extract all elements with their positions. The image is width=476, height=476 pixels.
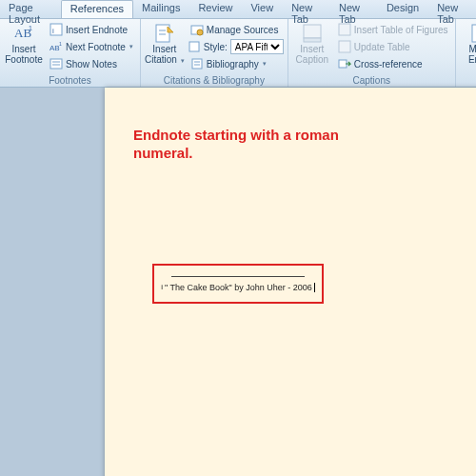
- insert-endnote-label: Insert Endnote: [66, 25, 128, 35]
- bibliography-icon: [190, 57, 204, 70]
- update-icon: [338, 40, 351, 53]
- group-citations: Insert Citation ▾ Manage Sources Style: …: [141, 19, 288, 87]
- insert-footnote-label: Insert Footnote: [4, 44, 44, 65]
- svg-rect-20: [339, 24, 350, 35]
- next-footnote-icon: AB1: [50, 40, 63, 53]
- show-notes-button[interactable]: Show Notes: [47, 55, 136, 72]
- group-captions: Insert Caption Insert Table of Figures U…: [288, 19, 456, 87]
- cross-reference-button[interactable]: Cross-reference: [335, 55, 451, 72]
- group-title-footnotes: Footnotes: [4, 74, 136, 87]
- endnote-text: " The Cake Book" by John Uher - 2006: [165, 283, 312, 292]
- insert-endnote-button[interactable]: i Insert Endnote: [47, 21, 136, 38]
- group-title-index: Index: [460, 74, 476, 87]
- bibliography-button[interactable]: Bibliography▾: [188, 55, 284, 72]
- endnote-separator: [171, 276, 305, 277]
- style-select[interactable]: APA Fifth: [230, 39, 284, 54]
- tab-references[interactable]: References: [61, 0, 133, 18]
- svg-point-13: [197, 30, 203, 35]
- workspace: Endnote starting with a roman numeral. i…: [0, 88, 476, 476]
- svg-rect-23: [472, 25, 476, 42]
- manage-sources-button[interactable]: Manage Sources: [188, 21, 284, 38]
- mark-entry-label: Mark Entry: [460, 44, 476, 65]
- tab-mailings[interactable]: Mailings: [133, 0, 189, 18]
- insert-caption-label: Insert Caption: [292, 44, 332, 65]
- update-table-button[interactable]: Update Table: [335, 38, 451, 55]
- mark-entry-button[interactable]: Mark Entry: [460, 21, 476, 67]
- tab-design[interactable]: Design: [378, 0, 428, 18]
- svg-text:1: 1: [59, 41, 62, 47]
- insert-caption-button[interactable]: Insert Caption: [292, 21, 332, 67]
- text-cursor: [314, 283, 315, 292]
- svg-rect-21: [339, 41, 350, 52]
- update-table-label: Update Table: [354, 42, 410, 52]
- group-title-citations: Citations & Bibliography: [145, 74, 284, 87]
- svg-rect-19: [304, 38, 321, 42]
- insert-citation-label: Insert Citation ▾: [145, 44, 185, 66]
- insert-tof-label: Insert Table of Figures: [354, 25, 448, 35]
- cross-reference-label: Cross-reference: [354, 59, 423, 69]
- group-footnotes: AB1 Insert Footnote i Insert Endnote AB1…: [0, 19, 141, 87]
- citation-style-row: Style: APA Fifth: [188, 38, 284, 55]
- svg-rect-22: [339, 60, 347, 68]
- annotation-text: Endnote starting with a roman numeral.: [133, 126, 476, 162]
- chevron-down-icon: ▾: [263, 60, 267, 68]
- style-icon: [188, 40, 201, 53]
- chevron-down-icon: ▾: [129, 43, 133, 50]
- ribbon-tabs: Page Layout References Mailings Review V…: [0, 0, 476, 19]
- svg-rect-18: [304, 25, 321, 38]
- group-index: Mark Entry Insert Updat Index: [456, 19, 476, 87]
- show-notes-icon: [50, 57, 63, 70]
- tab-review[interactable]: Review: [189, 0, 242, 18]
- svg-text:1: 1: [29, 25, 32, 31]
- tab-new-3[interactable]: New Tab: [428, 0, 476, 18]
- endnote-icon: i: [50, 23, 63, 36]
- tof-icon: [338, 23, 351, 36]
- tab-new-1[interactable]: New Tab: [283, 0, 330, 18]
- manage-sources-icon: [190, 23, 204, 36]
- insert-tof-button[interactable]: Insert Table of Figures: [335, 21, 451, 38]
- bibliography-label: Bibliography: [207, 59, 259, 69]
- cross-ref-icon: [338, 57, 351, 70]
- insert-footnote-button[interactable]: AB1 Insert Footnote: [4, 21, 44, 67]
- next-footnote-button[interactable]: AB1 Next Footnote▾: [47, 38, 136, 55]
- footnote-icon: AB1: [13, 23, 34, 44]
- highlight-box: i " The Cake Book" by John Uher - 2006: [152, 264, 324, 304]
- tab-new-2[interactable]: New Tab: [330, 0, 378, 18]
- show-notes-label: Show Notes: [66, 59, 117, 69]
- next-footnote-label: Next Footnote: [66, 42, 126, 52]
- style-label: Style:: [204, 42, 228, 52]
- svg-rect-14: [189, 42, 199, 51]
- svg-rect-6: [50, 59, 62, 69]
- citation-icon: [154, 23, 175, 44]
- insert-citation-button[interactable]: Insert Citation ▾: [145, 21, 185, 68]
- endnote-numeral: i: [161, 283, 163, 291]
- tab-page-layout[interactable]: Page Layout: [0, 0, 61, 18]
- mark-entry-icon: [469, 23, 476, 44]
- manage-sources-label: Manage Sources: [207, 25, 279, 35]
- svg-text:i: i: [52, 27, 54, 35]
- caption-icon: [302, 23, 323, 44]
- svg-rect-15: [192, 59, 202, 69]
- ribbon: AB1 Insert Footnote i Insert Endnote AB1…: [0, 19, 476, 88]
- endnote-entry[interactable]: i " The Cake Book" by John Uher - 2006: [161, 283, 315, 292]
- tab-view[interactable]: View: [242, 0, 283, 18]
- group-title-captions: Captions: [292, 74, 451, 87]
